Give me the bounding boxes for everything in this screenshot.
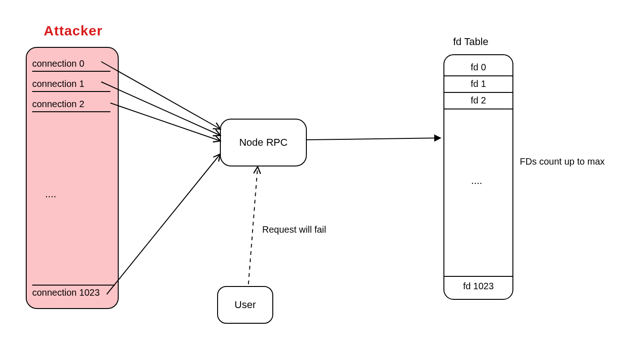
attacker-connection-row: connection 0 — [32, 56, 110, 72]
arrow-connection-2 — [110, 103, 220, 141]
attacker-box: connection 0 connection 1 connection 2 .… — [26, 47, 119, 309]
arrow-connection-0 — [101, 62, 220, 129]
attacker-connection-row: connection 1023 — [32, 285, 115, 302]
request-fail-annotation: Request will fail — [262, 224, 326, 235]
node-rpc-box: Node RPC — [220, 119, 307, 166]
fd-max-annotation: FDs count up to max — [520, 156, 605, 167]
arrow-node-to-fd — [306, 138, 441, 140]
attacker-ellipsis: .... — [45, 188, 56, 200]
fd-table-title: fd Table — [453, 36, 489, 48]
fd-row: fd 2 — [444, 92, 512, 109]
attacker-connection-row: connection 1 — [32, 76, 110, 92]
attacker-connection-row: connection 2 — [32, 97, 110, 112]
fd-row: fd 0 — [444, 59, 512, 76]
fd-ellipsis: .... — [471, 175, 482, 187]
user-label: User — [235, 299, 256, 311]
user-box: User — [217, 286, 273, 324]
fd-row: fd 1 — [444, 75, 512, 93]
arrow-user-to-node — [248, 167, 258, 284]
arrow-connection-last — [107, 155, 220, 294]
attacker-title: Attacker — [44, 23, 103, 39]
fd-table-box: fd 0 fd 1 fd 2 .... fd 1023 — [443, 54, 513, 300]
node-rpc-label: Node RPC — [239, 137, 288, 149]
diagram-canvas: { "attacker": { "title": "Attacker", "co… — [0, 0, 644, 355]
arrow-connection-1 — [101, 82, 220, 135]
fd-row: fd 1023 — [444, 277, 512, 295]
